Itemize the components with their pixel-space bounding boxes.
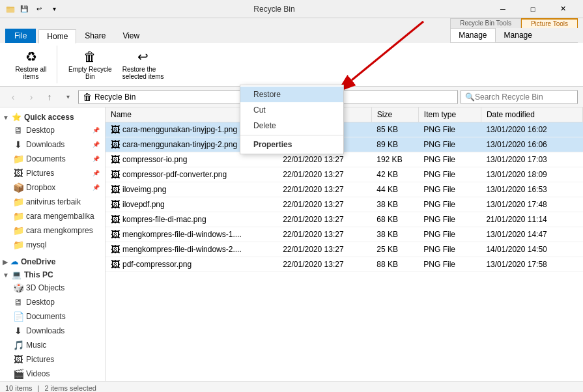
chevron-right-icon: ▶	[3, 259, 8, 266]
context-properties[interactable]: Properties	[240, 137, 343, 152]
pin-icon2: 📌	[92, 141, 100, 148]
file-name: ilovepdf.png	[122, 200, 165, 209]
empty-icon: 🗑	[83, 49, 96, 64]
sidebar-section-quick-access[interactable]: ▼ ⭐ Quick access	[0, 110, 105, 123]
sidebar-item-dropbox[interactable]: 📦 Dropbox 📌	[0, 180, 105, 195]
sidebar-item-music[interactable]: 🎵 Music	[0, 338, 105, 352]
file-date-modified: 13/01/2020 17:58	[481, 257, 582, 272]
sidebar-item-pictures-qa[interactable]: 🖼 Pictures 📌	[0, 166, 105, 180]
file-date-modified: 13/01/2020 16:02	[481, 122, 582, 137]
restore-selected-btn[interactable]: ↩ Restore theselected items	[118, 46, 169, 83]
restore-all-btn[interactable]: ♻ Restore allitems	[11, 46, 51, 83]
context-delete[interactable]: Delete	[240, 118, 343, 133]
sidebar-section-this-pc[interactable]: ▼ 💻 This PC	[0, 268, 105, 281]
onedrive-icon: ☁	[10, 257, 18, 266]
table-row[interactable]: 🖼 pdf-compressor.png 22/01/2020 13:27 88…	[106, 257, 583, 272]
file-type: PNG File	[418, 137, 481, 152]
sidebar-item-documents-qa[interactable]: 📁 Documents 📌	[0, 152, 105, 166]
table-row[interactable]: 🖼 iloveimg.png 22/01/2020 13:27 44 KB PN…	[106, 182, 583, 197]
file-date-deleted: 22/01/2020 13:27	[277, 242, 371, 257]
restore-all-icon: ♻	[25, 49, 37, 64]
sidebar-section-onedrive[interactable]: ▶ ☁ OneDrive	[0, 255, 105, 268]
minimize-btn[interactable]: ─	[488, 0, 518, 18]
tab-picture-manage[interactable]: Manage	[496, 28, 541, 42]
app-window: 💾 ↩ ▾ Recycle Bin ─ □ ✕ File Home Share …	[0, 0, 583, 392]
file-size: 88 KB	[371, 257, 418, 272]
close-btn[interactable]: ✕	[548, 0, 578, 18]
file-size: 38 KB	[371, 227, 418, 242]
sidebar-item-antivirus[interactable]: 📁 anitvirus terbaik	[0, 195, 105, 209]
file-type: PNG File	[418, 227, 481, 242]
file-type: PNG File	[418, 182, 481, 197]
sidebar-item-3d-objects[interactable]: 🎲 3D Objects	[0, 281, 105, 295]
file-type: PNG File	[418, 212, 481, 227]
table-row[interactable]: 🖼 cara-menggunakan-tinyjpg-2.png 22/01/2…	[106, 137, 583, 152]
file-name: iloveimg.png	[122, 185, 166, 194]
window-title: Recycle Bin	[253, 5, 294, 14]
file-icon: 🖼	[111, 169, 120, 180]
col-size[interactable]: Size	[371, 107, 418, 122]
search-box: 🔍	[461, 90, 578, 104]
context-cut[interactable]: Cut	[240, 102, 343, 118]
file-name: cara-menggunakan-tinyjpg-2.png	[122, 140, 237, 149]
file-icon: 🖼	[111, 214, 120, 225]
folder-icon5: 📁	[13, 240, 23, 250]
path-text: Recycle Bin	[94, 92, 135, 102]
sidebar-item-videos[interactable]: 🎬 Videos	[0, 367, 105, 381]
file-date-deleted: 22/01/2020 13:27	[277, 197, 371, 212]
picture-tools-label: Picture Tools	[521, 18, 578, 28]
tab-view[interactable]: View	[114, 29, 148, 43]
back-btn[interactable]: ‹	[5, 89, 21, 105]
recent-locations-btn[interactable]: ▾	[60, 89, 76, 105]
sidebar-item-cara-mengembalika[interactable]: 📁 cara mengembalika	[0, 209, 105, 223]
col-item-type[interactable]: Item type	[418, 107, 481, 122]
file-name: compressor-io.png	[122, 155, 187, 164]
sidebar-item-documents-pc[interactable]: 📄 Documents	[0, 309, 105, 324]
folder-icon	[5, 4, 16, 14]
maximize-btn[interactable]: □	[518, 0, 548, 18]
table-row[interactable]: 🖼 mengkompres-file-di-windows-2.... 22/0…	[106, 242, 583, 257]
table-row[interactable]: 🖼 mengkompres-file-di-windows-1.... 22/0…	[106, 227, 583, 242]
title-bar-controls: ─ □ ✕	[488, 0, 578, 18]
quick-save-btn[interactable]: 💾	[18, 3, 31, 16]
sidebar-item-pictures-pc[interactable]: 🖼 Pictures	[0, 352, 105, 367]
file-date-modified: 13/01/2020 14:47	[481, 227, 582, 242]
sidebar-item-desktop-pc[interactable]: 🖥 Desktop	[0, 295, 105, 309]
tab-recycle-manage[interactable]: Manage	[450, 28, 495, 42]
3d-icon: 🎲	[13, 283, 23, 293]
table-row[interactable]: 🖼 compressor-io.png 22/01/2020 13:27 192…	[106, 152, 583, 167]
search-input[interactable]	[475, 92, 573, 102]
file-name: pdf-compressor.png	[122, 260, 192, 269]
table-row[interactable]: 🖼 kompres-file-di-mac.png 22/01/2020 13:…	[106, 212, 583, 227]
table-row[interactable]: 🖼 cara-menggunakan-tinyjpg-1.png 22/01/2…	[106, 122, 583, 137]
file-icon: 🖼	[111, 229, 120, 240]
empty-recycle-btn[interactable]: 🗑 Empty RecycleBin	[64, 46, 117, 83]
sidebar-item-cara-mengkompres[interactable]: 📁 cara mengkompres	[0, 223, 105, 238]
file-name-cell: 🖼 mengkompres-file-di-windows-1....	[106, 227, 277, 242]
file-tab-btn[interactable]: File	[5, 29, 36, 43]
quick-access-icon: ⭐	[12, 113, 21, 122]
file-date-modified: 13/01/2020 17:03	[481, 152, 582, 167]
onedrive-label: OneDrive	[21, 257, 55, 266]
tab-home[interactable]: Home	[38, 29, 76, 44]
table-row[interactable]: 🖼 ilovepdf.png 22/01/2020 13:27 38 KB PN…	[106, 197, 583, 212]
up-btn[interactable]: ↑	[42, 89, 57, 105]
status-bar: 10 items | 2 items selected	[0, 381, 583, 392]
undo-btn[interactable]: ↩	[33, 3, 46, 16]
file-size: 42 KB	[371, 167, 418, 182]
this-pc-icon: 💻	[12, 270, 21, 279]
context-menu: Restore Cut Delete Properties	[240, 85, 344, 154]
table-row[interactable]: 🖼 compressor-pdf-converter.png 22/01/202…	[106, 167, 583, 182]
sidebar-item-mysql[interactable]: 📁 mysql	[0, 238, 105, 252]
tab-share[interactable]: Share	[76, 29, 114, 43]
context-restore[interactable]: Restore	[240, 87, 343, 102]
sidebar-item-downloads-qa[interactable]: ⬇ Downloads 📌	[0, 137, 105, 152]
sidebar-item-downloads-pc[interactable]: ⬇ Downloads	[0, 324, 105, 338]
this-pc-label: This PC	[24, 270, 53, 279]
file-date-modified: 21/01/2020 11:14	[481, 212, 582, 227]
sidebar-item-desktop[interactable]: 🖥 Desktop 📌	[0, 123, 105, 137]
col-date-modified[interactable]: Date modified	[481, 107, 582, 122]
pictures-icon2: 🖼	[13, 354, 23, 365]
customize-btn[interactable]: ▾	[48, 3, 61, 16]
forward-btn[interactable]: ›	[23, 89, 39, 105]
